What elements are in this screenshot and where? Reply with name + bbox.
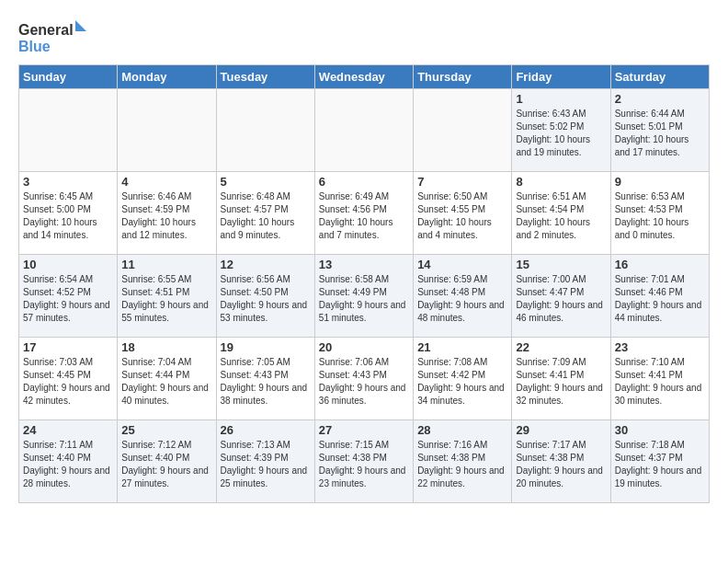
calendar-cell: 11Sunrise: 6:55 AM Sunset: 4:51 PM Dayli… — [118, 255, 216, 338]
header-wednesday: Wednesday — [314, 65, 413, 89]
day-number: 15 — [516, 258, 606, 271]
calendar-cell: 13Sunrise: 6:58 AM Sunset: 4:49 PM Dayli… — [314, 255, 413, 338]
day-info: Sunrise: 7:16 AM Sunset: 4:38 PM Dayligh… — [417, 439, 507, 490]
calendar-cell: 4Sunrise: 6:46 AM Sunset: 4:59 PM Daylig… — [118, 172, 216, 255]
logo: GeneralBlue — [18, 18, 92, 55]
day-info: Sunrise: 7:08 AM Sunset: 4:42 PM Dayligh… — [417, 356, 507, 408]
day-number: 20 — [319, 340, 409, 354]
calendar-cell: 22Sunrise: 7:09 AM Sunset: 4:41 PM Dayli… — [512, 338, 610, 420]
day-number: 26 — [221, 423, 311, 437]
day-number: 11 — [121, 258, 211, 271]
day-number: 24 — [23, 423, 113, 437]
day-number: 12 — [221, 258, 311, 271]
calendar-cell: 23Sunrise: 7:10 AM Sunset: 4:41 PM Dayli… — [610, 338, 709, 420]
day-number: 28 — [417, 423, 507, 437]
day-number: 3 — [23, 175, 113, 189]
calendar-cell — [414, 89, 512, 172]
calendar-cell: 16Sunrise: 7:01 AM Sunset: 4:46 PM Dayli… — [610, 255, 709, 338]
day-number: 14 — [417, 258, 507, 271]
header-thursday: Thursday — [414, 65, 512, 89]
day-number: 27 — [319, 423, 409, 437]
calendar-cell: 17Sunrise: 7:03 AM Sunset: 4:45 PM Dayli… — [19, 338, 118, 420]
day-number: 9 — [615, 175, 705, 189]
day-info: Sunrise: 6:48 AM Sunset: 4:57 PM Dayligh… — [221, 190, 311, 242]
calendar-cell: 26Sunrise: 7:13 AM Sunset: 4:39 PM Dayli… — [216, 420, 314, 503]
day-number: 16 — [615, 258, 705, 271]
calendar-cell: 12Sunrise: 6:56 AM Sunset: 4:50 PM Dayli… — [216, 255, 314, 338]
day-info: Sunrise: 7:15 AM Sunset: 4:38 PM Dayligh… — [319, 439, 409, 490]
calendar-cell: 24Sunrise: 7:11 AM Sunset: 4:40 PM Dayli… — [19, 420, 118, 503]
day-number: 7 — [417, 175, 507, 189]
day-number: 8 — [516, 175, 606, 189]
logo-svg: GeneralBlue — [18, 18, 92, 55]
day-number: 29 — [516, 423, 606, 437]
day-number: 25 — [121, 423, 211, 437]
calendar-cell: 29Sunrise: 7:17 AM Sunset: 4:38 PM Dayli… — [512, 420, 610, 503]
week-row-1: 3Sunrise: 6:45 AM Sunset: 5:00 PM Daylig… — [19, 172, 710, 255]
calendar-cell: 27Sunrise: 7:15 AM Sunset: 4:38 PM Dayli… — [314, 420, 413, 503]
calendar-cell — [19, 89, 118, 172]
day-info: Sunrise: 6:44 AM Sunset: 5:01 PM Dayligh… — [615, 108, 705, 159]
week-row-0: 1Sunrise: 6:43 AM Sunset: 5:02 PM Daylig… — [19, 89, 710, 172]
day-info: Sunrise: 7:01 AM Sunset: 4:46 PM Dayligh… — [615, 273, 705, 325]
day-info: Sunrise: 6:46 AM Sunset: 4:59 PM Dayligh… — [121, 190, 211, 242]
day-number: 23 — [615, 340, 705, 354]
day-number: 19 — [221, 340, 311, 354]
calendar-cell: 21Sunrise: 7:08 AM Sunset: 4:42 PM Dayli… — [414, 338, 512, 420]
svg-marker-2 — [75, 20, 86, 31]
calendar-cell: 20Sunrise: 7:06 AM Sunset: 4:43 PM Dayli… — [314, 338, 413, 420]
day-info: Sunrise: 7:10 AM Sunset: 4:41 PM Dayligh… — [615, 356, 705, 408]
day-number: 10 — [23, 258, 113, 271]
day-number: 6 — [319, 175, 409, 189]
day-number: 5 — [221, 175, 311, 189]
day-number: 17 — [23, 340, 113, 354]
calendar-cell: 14Sunrise: 6:59 AM Sunset: 4:48 PM Dayli… — [414, 255, 512, 338]
day-number: 30 — [615, 423, 705, 437]
day-number: 13 — [319, 258, 409, 271]
day-info: Sunrise: 6:54 AM Sunset: 4:52 PM Dayligh… — [23, 273, 113, 325]
day-info: Sunrise: 7:05 AM Sunset: 4:43 PM Dayligh… — [221, 356, 311, 408]
calendar-cell: 3Sunrise: 6:45 AM Sunset: 5:00 PM Daylig… — [19, 172, 118, 255]
calendar-cell: 25Sunrise: 7:12 AM Sunset: 4:40 PM Dayli… — [118, 420, 216, 503]
day-number: 2 — [615, 92, 705, 106]
week-row-3: 17Sunrise: 7:03 AM Sunset: 4:45 PM Dayli… — [19, 338, 710, 420]
calendar-cell: 28Sunrise: 7:16 AM Sunset: 4:38 PM Dayli… — [414, 420, 512, 503]
day-info: Sunrise: 6:56 AM Sunset: 4:50 PM Dayligh… — [221, 273, 311, 325]
day-info: Sunrise: 6:58 AM Sunset: 4:49 PM Dayligh… — [319, 273, 409, 325]
day-info: Sunrise: 6:50 AM Sunset: 4:55 PM Dayligh… — [417, 190, 507, 242]
day-info: Sunrise: 6:49 AM Sunset: 4:56 PM Dayligh… — [319, 190, 409, 242]
calendar-cell: 1Sunrise: 6:43 AM Sunset: 5:02 PM Daylig… — [512, 89, 610, 172]
calendar-cell: 6Sunrise: 6:49 AM Sunset: 4:56 PM Daylig… — [314, 172, 413, 255]
day-number: 1 — [516, 92, 606, 106]
svg-text:Blue: Blue — [18, 39, 51, 54]
day-number: 22 — [516, 340, 606, 354]
day-info: Sunrise: 7:12 AM Sunset: 4:40 PM Dayligh… — [121, 439, 211, 490]
day-number: 18 — [121, 340, 211, 354]
svg-text:General: General — [18, 22, 74, 38]
calendar-cell — [216, 89, 314, 172]
header-sunday: Sunday — [19, 65, 118, 89]
day-info: Sunrise: 7:11 AM Sunset: 4:40 PM Dayligh… — [23, 439, 113, 490]
calendar-cell: 19Sunrise: 7:05 AM Sunset: 4:43 PM Dayli… — [216, 338, 314, 420]
day-info: Sunrise: 6:53 AM Sunset: 4:53 PM Dayligh… — [615, 190, 705, 242]
calendar-cell: 2Sunrise: 6:44 AM Sunset: 5:01 PM Daylig… — [610, 89, 709, 172]
calendar-cell: 30Sunrise: 7:18 AM Sunset: 4:37 PM Dayli… — [610, 420, 709, 503]
day-number: 4 — [121, 175, 211, 189]
day-info: Sunrise: 7:03 AM Sunset: 4:45 PM Dayligh… — [23, 356, 113, 408]
calendar-cell: 18Sunrise: 7:04 AM Sunset: 4:44 PM Dayli… — [118, 338, 216, 420]
calendar-cell — [118, 89, 216, 172]
calendar-cell: 15Sunrise: 7:00 AM Sunset: 4:47 PM Dayli… — [512, 255, 610, 338]
day-info: Sunrise: 7:00 AM Sunset: 4:47 PM Dayligh… — [516, 273, 606, 325]
calendar-table: SundayMondayTuesdayWednesdayThursdayFrid… — [18, 64, 710, 503]
header-row: SundayMondayTuesdayWednesdayThursdayFrid… — [19, 65, 710, 89]
header: GeneralBlue — [18, 18, 710, 55]
week-row-2: 10Sunrise: 6:54 AM Sunset: 4:52 PM Dayli… — [19, 255, 710, 338]
week-row-4: 24Sunrise: 7:11 AM Sunset: 4:40 PM Dayli… — [19, 420, 710, 503]
calendar-cell: 9Sunrise: 6:53 AM Sunset: 4:53 PM Daylig… — [610, 172, 709, 255]
day-info: Sunrise: 7:06 AM Sunset: 4:43 PM Dayligh… — [319, 356, 409, 408]
day-info: Sunrise: 6:51 AM Sunset: 4:54 PM Dayligh… — [516, 190, 606, 242]
header-saturday: Saturday — [610, 65, 709, 89]
day-info: Sunrise: 6:43 AM Sunset: 5:02 PM Dayligh… — [516, 108, 606, 159]
day-info: Sunrise: 7:18 AM Sunset: 4:37 PM Dayligh… — [615, 439, 705, 490]
day-info: Sunrise: 7:13 AM Sunset: 4:39 PM Dayligh… — [221, 439, 311, 490]
